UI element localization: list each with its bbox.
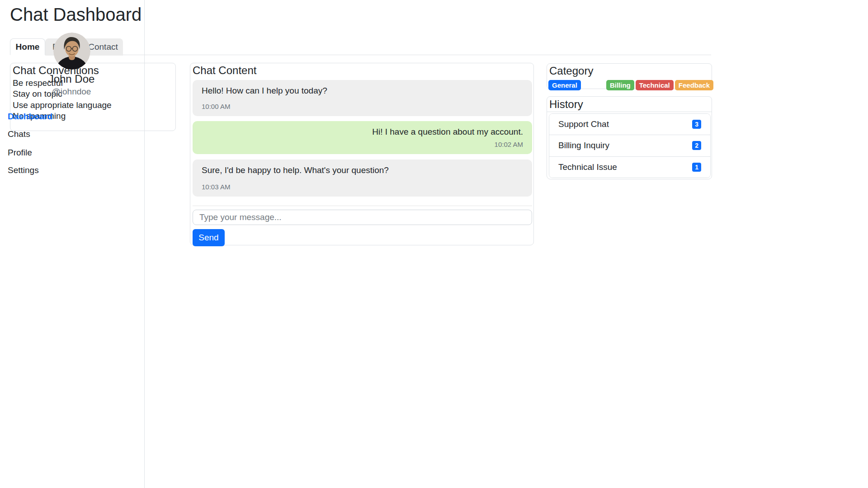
badge-technical[interactable]: Technical [636, 80, 674, 90]
message-timestamp: 10:00 AM [202, 103, 230, 110]
message-text: Hi! I have a question about my account. [372, 127, 523, 136]
category-title: Category [549, 65, 593, 77]
tab-home[interactable]: Home [10, 38, 45, 55]
chat-dashboard-page: Chat Dashboard Home Profile Contact John… [0, 0, 868, 488]
page-title: Chat Dashboard [10, 4, 142, 25]
count-badge: 2 [692, 141, 701, 150]
history-item-label: Technical Issue [558, 162, 617, 172]
message-timestamp: 10:02 AM [495, 141, 523, 148]
message-timestamp: 10:03 AM [202, 183, 230, 191]
count-badge: 1 [692, 163, 701, 172]
sidebar-item-profile[interactable]: Profile [8, 147, 32, 158]
sidebar-divider [144, 0, 145, 488]
history-item-label: Billing Inquiry [558, 141, 609, 150]
user-avatar[interactable] [53, 33, 90, 70]
history-card: History Support Chat 3 Billing Inquiry 2… [547, 96, 712, 179]
history-list: Support Chat 3 Billing Inquiry 2 Technic… [549, 113, 711, 178]
count-badge: 3 [692, 120, 701, 129]
badge-feedback[interactable]: Feedback [675, 80, 713, 90]
convention-item: Use appropriate language [13, 100, 112, 111]
chat-message-incoming: Sure, I'd be happy to help. What's your … [193, 160, 532, 197]
history-header: History [547, 97, 712, 112]
badge-billing[interactable]: Billing [606, 80, 634, 90]
chat-content-card: Chat Content Hello! How can I help you t… [190, 63, 534, 245]
chat-content-title: Chat Content [193, 64, 256, 77]
message-text: Hello! How can I help you today? [202, 86, 327, 95]
history-item-billing-inquiry[interactable]: Billing Inquiry 2 [549, 135, 710, 156]
category-badges: General Billing Technical Feedback [548, 80, 713, 90]
sidebar-item-chats[interactable]: Chats [8, 129, 30, 140]
badge-general[interactable]: General [548, 80, 581, 90]
chat-message-incoming: Hello! How can I help you today? 10:00 A… [193, 80, 532, 116]
profile-handle: @johndoe [26, 87, 117, 97]
send-button[interactable]: Send [193, 229, 225, 246]
category-card: Category General Billing Technical Feedb… [547, 63, 712, 89]
message-text: Sure, I'd be happy to help. What's your … [202, 165, 389, 175]
message-input[interactable] [193, 210, 532, 225]
history-item-label: Support Chat [558, 119, 609, 129]
chat-divider [193, 206, 532, 206]
history-item-technical-issue[interactable]: Technical Issue 1 [549, 156, 710, 178]
chat-message-outgoing: Hi! I have a question about my account. … [193, 121, 532, 154]
profile-name: John Doe [26, 73, 117, 85]
avatar-portrait-image [53, 33, 90, 70]
sidebar-item-settings[interactable]: Settings [8, 165, 39, 176]
history-title: History [549, 98, 583, 111]
history-item-support-chat[interactable]: Support Chat 3 [549, 114, 710, 135]
sidebar-item-dashboard[interactable]: Dashboard [8, 111, 52, 122]
